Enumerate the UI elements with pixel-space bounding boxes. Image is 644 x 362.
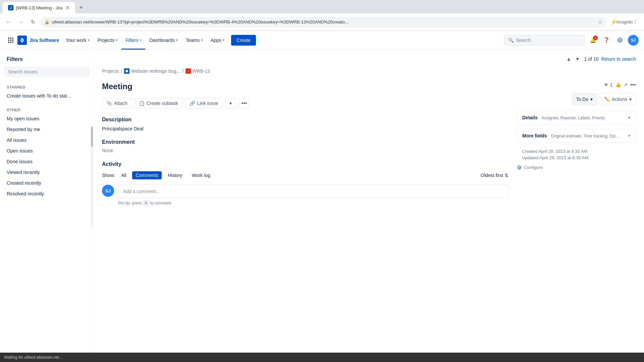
more-fields-header[interactable]: More fields Original estimate, Time trac…: [517, 129, 636, 142]
actions-dropdown-button[interactable]: ✏️ Actions ▾: [600, 93, 636, 105]
nav-teams[interactable]: Teams ▾: [182, 31, 207, 50]
sidebar-search[interactable]: Search issues: [4, 66, 90, 77]
filter-all-button[interactable]: All: [118, 171, 130, 179]
attach-button[interactable]: 📎 Attach: [102, 98, 132, 109]
details-header[interactable]: Details Assignee, Reporter, Labels, Prio…: [517, 111, 636, 124]
sidebar-item-done[interactable]: Done issues: [4, 156, 90, 167]
bookmark-icon[interactable]: ☆: [598, 19, 602, 25]
sidebar-item-my-open[interactable]: My open issues: [4, 113, 90, 124]
breadcrumb-sep-2: /: [182, 68, 183, 74]
subtask-icon: 📋: [139, 101, 145, 106]
sort-order-button[interactable]: Oldest first ⇅: [481, 173, 508, 178]
attach-icon: 📎: [106, 101, 112, 106]
grid-icon: [8, 38, 13, 43]
ellipsis-button[interactable]: •••: [239, 98, 250, 109]
create-subtask-button[interactable]: 📋 Create subtask: [135, 98, 182, 109]
chevron-down-icon: ▾: [629, 97, 632, 102]
tab-close-icon[interactable]: ✕: [65, 5, 70, 11]
chevron-down-icon: ▾: [116, 38, 117, 42]
return-to-search-link[interactable]: Return to search: [601, 56, 636, 62]
sidebar-item-viewed[interactable]: Viewed recently: [4, 167, 90, 178]
link-issue-button[interactable]: 🔗 Link issue: [185, 98, 222, 109]
chevron-down-icon: ▾: [176, 38, 178, 42]
notifications-button[interactable]: 🔔 1: [588, 35, 598, 46]
sidebar-item-all[interactable]: All issues: [4, 135, 90, 145]
settings-button[interactable]: ⚙️: [614, 35, 625, 46]
status-button[interactable]: To Do ▾: [572, 93, 597, 105]
pagination-arrows: ▲ ▼: [565, 55, 582, 63]
user-avatar[interactable]: SJ: [628, 35, 639, 46]
nav-projects[interactable]: Projects ▾: [94, 31, 122, 50]
watch-button[interactable]: 👁 1: [604, 82, 612, 87]
comment-placeholder: Add a comment...: [123, 189, 160, 194]
address-bar[interactable]: 🔒 uifeed.atlassian.net/browse/WRB-13?jql…: [40, 17, 606, 27]
nav-apps[interactable]: Apps ▾: [207, 31, 228, 50]
forward-button[interactable]: →: [16, 17, 25, 27]
filter-comments-button[interactable]: Comments: [132, 171, 162, 179]
meta-created: Created April 28, 2023 at 8:30 AM Update…: [517, 147, 636, 162]
more-options-button[interactable]: •••: [630, 82, 636, 88]
configure-row[interactable]: ⚙️ Configure: [517, 165, 636, 170]
svg-text:!: !: [188, 70, 189, 72]
main-area: Filters Search issues STARRED Create Iss…: [0, 50, 644, 353]
share-icon: ↗: [624, 82, 628, 87]
sidebar-item-starred-0[interactable]: Create Issues with To do stat...: [4, 90, 90, 101]
breadcrumb-issue-key[interactable]: WRB-13: [192, 68, 210, 74]
incognito-label: Incognito: [620, 17, 629, 27]
sidebar-item-created[interactable]: Created recently: [4, 178, 90, 188]
link-icon: 🔗: [190, 101, 195, 106]
sidebar-other-label: OTHER: [4, 105, 90, 113]
reload-button[interactable]: ↻: [28, 17, 38, 27]
filter-worklog-button[interactable]: Work log: [189, 171, 214, 179]
new-tab-button[interactable]: +: [76, 3, 86, 12]
svg-point-3: [21, 39, 23, 41]
browser-menu-button[interactable]: ⋮: [631, 17, 640, 27]
status-actions-row: To Do ▾ ✏️ Actions ▾: [517, 93, 636, 105]
prev-issue-button[interactable]: ▲: [565, 55, 573, 63]
notification-count: 1: [593, 36, 598, 40]
issue-main: Meeting 📎 Attach 📋 Create subtask: [102, 76, 508, 205]
back-button[interactable]: ←: [4, 17, 13, 27]
chevron-down-icon: ▾: [590, 97, 593, 102]
search-box[interactable]: 🔍 Search: [504, 35, 585, 46]
sidebar-item-reported[interactable]: Reported by me: [4, 124, 90, 135]
breadcrumb-sep-1: /: [121, 68, 122, 74]
help-button[interactable]: ❓: [601, 35, 612, 46]
comment-area: SJ Add a comment...: [102, 185, 508, 198]
sidebar-starred-label: STARRED: [4, 82, 90, 90]
pen-icon: ✏️: [604, 97, 610, 102]
url-text: uifeed.atlassian.net/browse/WRB-13?jql=p…: [52, 19, 596, 24]
next-issue-button[interactable]: ▼: [574, 55, 582, 63]
chevron-down-icon: ▾: [88, 38, 90, 42]
description-title: Description: [102, 117, 508, 123]
nav-filters[interactable]: Filters ▾: [121, 31, 145, 50]
breadcrumb-projects[interactable]: Projects: [102, 68, 119, 74]
nav-your-work[interactable]: Your work ▾: [62, 31, 94, 50]
environment-content: None: [102, 148, 508, 153]
breadcrumb-project-name[interactable]: Website redesign bug...: [131, 68, 180, 74]
comment-input[interactable]: Add a comment...: [118, 185, 508, 198]
gear-icon: ⚙️: [517, 165, 522, 170]
pagination-text: 1 of 10: [584, 56, 599, 62]
sidebar-other-section: OTHER My open issues Reported by me All …: [0, 103, 94, 200]
share-button[interactable]: ↗: [624, 82, 628, 87]
sidebar-item-open[interactable]: Open issues: [4, 145, 90, 156]
activity-show-row: Show: All Comments History Work log Olde…: [102, 171, 508, 179]
scrollbar-thumb[interactable]: [91, 127, 93, 147]
issue-area: Meeting 📎 Attach 📋 Create subtask: [94, 76, 644, 205]
content-header: ▲ ▼ 1 of 10 Return to search: [94, 50, 644, 66]
sidebar-item-resolved[interactable]: Resolved recently: [4, 188, 90, 199]
filter-history-button[interactable]: History: [164, 171, 186, 179]
jira-logo[interactable]: Jira Software: [17, 36, 59, 45]
like-button[interactable]: 👍: [615, 82, 621, 87]
more-options-dropdown[interactable]: ▾: [225, 98, 236, 109]
project-icon: [124, 68, 129, 74]
breadcrumb-project: Website redesign bug...: [124, 68, 180, 74]
create-button[interactable]: Create: [231, 35, 256, 46]
apps-grid-button[interactable]: [5, 35, 16, 46]
nav-dashboards[interactable]: Dashboards ▾: [145, 31, 182, 50]
issue-sidebar-top: 👁 1 👍 ↗ •••: [517, 76, 636, 88]
browser-tab[interactable]: J [WRB-13] Meeting - Jira ✕: [3, 2, 75, 13]
details-title: Details: [522, 115, 538, 120]
more-fields-title: More fields: [522, 133, 547, 138]
